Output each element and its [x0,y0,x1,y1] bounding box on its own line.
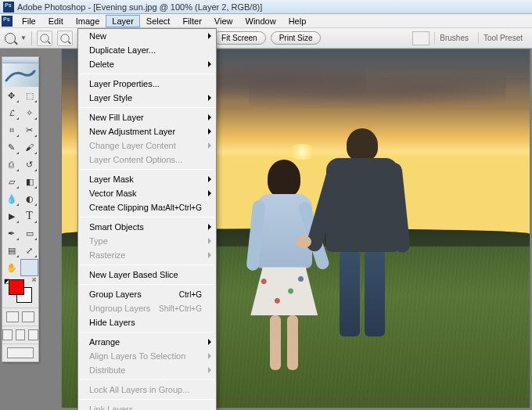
menu-filter[interactable]: Filter [176,15,207,27]
menu-item-label: Create Clipping Mask [89,203,165,212]
zoom-out-button[interactable] [57,31,73,46]
layer-menu-dropdown[interactable]: NewDuplicate Layer...DeleteLayer Propert… [77,28,217,410]
menu-item-layer-style[interactable]: Layer Style [78,91,216,105]
menu-item-layer-mask[interactable]: Layer Mask [78,172,216,186]
zoom-tool-icon[interactable] [5,33,16,44]
menu-select[interactable]: Select [140,15,177,27]
menu-separator [80,332,214,333]
submenu-arrow-icon [208,252,211,258]
separator [31,31,32,45]
blur-tool[interactable]: 💧 [2,190,20,207]
dropdown-caret-icon[interactable]: ▼ [20,34,27,41]
history-brush-tool[interactable]: ↺ [20,156,38,173]
menu-item-create-clipping-mask[interactable]: Create Clipping MaskAlt+Ctrl+G [78,200,216,214]
menu-item-arrange[interactable]: Arrange [78,335,216,349]
image-figure-man [319,128,405,379]
toolbox-drag-handle[interactable] [2,57,38,63]
menu-item-label: New Layer Based Slice [89,270,202,279]
pen-tool[interactable]: ✒ [2,225,20,242]
brushes-tab[interactable]: Brushes [434,32,473,44]
menu-item-label: Duplicate Layer... [89,45,202,55]
submenu-arrow-icon [208,128,211,135]
menu-item-shortcut: Shift+Ctrl+G [159,304,202,313]
jump-to-imageready-button[interactable] [7,347,34,358]
hand-tool[interactable]: ✋ [2,259,20,276]
menu-item-vector-mask[interactable]: Vector Mask [78,186,216,200]
menu-item-duplicate-layer[interactable]: Duplicate Layer... [78,43,216,57]
menu-item-new-fill-layer[interactable]: New Fill Layer [78,110,216,124]
crop-tool[interactable]: ⌗ [2,121,20,138]
menu-separator [80,169,214,170]
screen-mode-full[interactable] [28,329,38,340]
type-tool[interactable]: T [20,207,38,225]
quickmask-mode-button[interactable] [22,311,34,322]
menu-edit[interactable]: Edit [42,15,70,27]
app-icon [3,2,14,13]
menu-item-layer-content-options: Layer Content Options... [78,153,216,167]
menu-bar[interactable]: FileEditImageLayerSelectFilterViewWindow… [0,14,532,28]
tool-presets-tab[interactable]: Tool Preset [478,32,527,44]
foreground-color-swatch[interactable] [9,279,24,295]
menu-window[interactable]: Window [239,15,282,27]
menu-item-delete[interactable]: Delete [78,57,216,71]
menu-view[interactable]: View [208,15,239,27]
menu-item-hide-layers[interactable]: Hide Layers [78,315,216,329]
menu-item-label: Layer Content Options... [89,155,202,164]
healing-brush-tool[interactable]: ✎ [2,138,20,156]
notes-tool[interactable]: ▤ [2,242,20,259]
submenu-arrow-icon [208,33,211,39]
menu-item-new-adjustment-layer[interactable]: New Adjustment Layer [78,124,216,138]
menu-item-align-layers-to-selection: Align Layers To Selection [78,349,216,363]
menu-separator [80,217,214,218]
dodge-tool[interactable]: ◐ [20,190,38,207]
menu-item-ungroup-layers: Ungroup LayersShift+Ctrl+G [78,301,216,315]
menu-item-label: Arrange [89,337,202,347]
menu-item-new[interactable]: New [78,29,216,43]
menu-item-smart-objects[interactable]: Smart Objects [78,220,216,234]
palette-toggle-icon[interactable] [412,31,430,45]
marquee-tool[interactable]: ⬚ [20,87,38,104]
menu-item-label: New Fill Layer [89,113,202,122]
screen-mode-standard[interactable] [2,329,13,340]
menu-item-group-layers[interactable]: Group LayersCtrl+G [78,287,216,301]
zoom-tool[interactable] [20,259,38,276]
toolbox[interactable]: ✥ ⬚ 𝓛 ✧ ⌗ ✂ ✎ 🖌 ⎙ ↺ ▱ ◧ 💧 ◐ ▶ T ✒ ▭ ▤ ⤢ … [2,56,39,362]
menu-item-label: Vector Mask [89,189,202,198]
move-tool[interactable]: ✥ [2,87,20,104]
standard-mode-button[interactable] [6,311,19,322]
menu-layer[interactable]: Layer [106,15,140,27]
screenmode-row [2,325,38,343]
menu-item-label: Type [89,236,202,246]
print-size-button[interactable]: Print Size [271,31,322,45]
color-swatches[interactable]: ◩ ⤭ [2,276,38,308]
screen-mode-full-menubar[interactable] [16,329,26,340]
submenu-arrow-icon [208,224,211,230]
menu-image[interactable]: Image [70,15,106,27]
menu-item-shortcut: Alt+Ctrl+G [165,203,202,212]
title-bar: Adobe Photoshop - [Evening sun.jpg @ 100… [0,0,532,14]
eyedropper-tool[interactable]: ⤢ [20,242,38,259]
clone-stamp-tool[interactable]: ⎙ [2,156,20,173]
menu-help[interactable]: Help [282,15,313,27]
menu-item-new-layer-based-slice[interactable]: New Layer Based Slice [78,268,216,282]
submenu-arrow-icon [208,190,211,196]
gradient-tool[interactable]: ◧ [20,173,38,190]
menu-separator [80,74,214,74]
swap-colors-icon[interactable]: ⤭ [31,276,37,283]
lasso-tool[interactable]: 𝓛 [2,104,20,121]
menu-file[interactable]: File [16,15,42,27]
submenu-arrow-icon [208,339,211,345]
image-figure-woman [249,160,319,379]
menu-item-layer-properties[interactable]: Layer Properties... [78,77,216,91]
path-selection-tool[interactable]: ▶ [2,207,20,225]
menu-item-label: Layer Mask [89,174,202,184]
fit-screen-button[interactable]: Fit Screen [213,31,266,45]
slice-tool[interactable]: ✂ [20,121,38,138]
eraser-tool[interactable]: ▱ [2,173,20,190]
image-sun [286,144,318,160]
brush-tool[interactable]: 🖌 [20,138,38,156]
zoom-in-button[interactable] [37,31,52,46]
submenu-arrow-icon [208,367,211,373]
shape-tool[interactable]: ▭ [20,225,38,242]
magic-wand-tool[interactable]: ✧ [20,104,38,121]
